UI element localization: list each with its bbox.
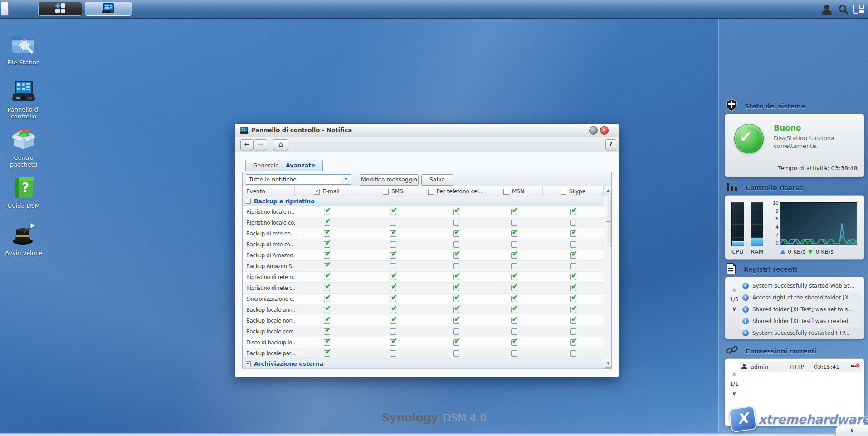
table-row[interactable]: Backup locale par... [243, 348, 604, 359]
collapse-icon[interactable] [246, 199, 251, 204]
table-row[interactable]: Sincronizzazione c... [243, 294, 604, 304]
checked-checkbox[interactable] [570, 307, 576, 313]
checked-checkbox[interactable] [511, 285, 517, 291]
checked-checkbox[interactable] [324, 307, 330, 313]
connections-header[interactable]: Connessioni correnti [726, 345, 817, 358]
checked-checkbox[interactable] [511, 339, 517, 346]
checked-checkbox[interactable] [453, 252, 459, 259]
home-button[interactable]: ⌂ [273, 139, 288, 150]
log-entry[interactable]: iSystem successfully started Web St... [740, 280, 861, 292]
taskbar-task-control-panel[interactable] [85, 2, 132, 16]
unchecked-checkbox[interactable] [570, 350, 576, 357]
checked-checkbox[interactable] [511, 209, 517, 215]
table-row[interactable]: Disco di backup lo... [243, 337, 604, 348]
checked-checkbox[interactable] [453, 274, 459, 280]
unchecked-checkbox[interactable] [390, 241, 396, 248]
checked-checkbox[interactable] [390, 274, 396, 280]
unchecked-column-checkbox[interactable] [503, 189, 509, 195]
window-titlebar[interactable]: Pannello di controllo - Notifica ✕ [235, 124, 619, 137]
desktop-icon-dsm-help[interactable]: ? Guida DSM [0, 176, 47, 209]
checked-checkbox[interactable] [570, 339, 576, 346]
unchecked-checkbox[interactable] [511, 263, 517, 269]
unchecked-checkbox[interactable] [511, 350, 517, 357]
resource-monitor-header[interactable]: Controllo risorse [726, 181, 803, 194]
unchecked-checkbox[interactable] [390, 263, 396, 269]
back-button[interactable]: ← [240, 139, 254, 150]
log-entry[interactable]: iSystem successfully restarted FTP... [740, 327, 861, 339]
checked-checkbox[interactable] [390, 296, 396, 302]
disconnect-icon[interactable] [850, 363, 859, 371]
checked-checkbox[interactable] [511, 307, 517, 313]
checked-checkbox[interactable] [324, 230, 330, 237]
unchecked-checkbox[interactable] [511, 241, 517, 248]
table-row[interactable]: Backup di Amazon... [243, 250, 604, 261]
desktop-icon-control-panel[interactable]: Pannello di controllo [0, 80, 47, 120]
checked-checkbox[interactable] [511, 274, 517, 280]
save-button[interactable]: Salva [421, 174, 453, 186]
table-row[interactable]: Ripristino di rete n... [243, 272, 604, 283]
table-row[interactable]: Backup locale non... [243, 315, 604, 326]
checked-checkbox[interactable] [324, 274, 330, 280]
checked-checkbox[interactable] [324, 296, 330, 302]
checked-checkbox[interactable] [511, 318, 517, 324]
scroll-up-button[interactable]: ▲ [605, 187, 612, 195]
table-row[interactable]: Backup locale ann... [243, 304, 604, 315]
checked-checkbox[interactable] [453, 339, 459, 346]
checked-checkbox[interactable] [570, 285, 576, 291]
show-desktop-button[interactable] [1, 2, 9, 16]
checked-checkbox[interactable] [324, 241, 330, 248]
checked-checkbox[interactable] [324, 220, 330, 226]
checked-checkbox[interactable] [390, 307, 396, 313]
checked-checkbox[interactable] [324, 350, 330, 357]
connection-row[interactable]: admin HTTP 03:15:41 [740, 362, 861, 372]
scroll-down-button[interactable]: ▼ [605, 360, 612, 368]
checked-checkbox[interactable] [570, 296, 576, 302]
table-row[interactable]: Backup di rete no... [243, 228, 604, 239]
checked-checkbox[interactable] [324, 318, 330, 324]
table-row[interactable]: Ripristino locale n... [243, 206, 604, 217]
unchecked-checkbox[interactable] [511, 328, 517, 335]
checked-checkbox[interactable] [570, 274, 576, 280]
pilot-view-button[interactable] [853, 4, 864, 16]
checked-checkbox[interactable] [324, 328, 330, 335]
pager-down-icon[interactable]: ∨ [729, 304, 740, 314]
table-row[interactable]: Backup Amazon S... [243, 261, 604, 272]
column-header-per-telefono-cel[interactable]: Per telefono cel... [427, 186, 485, 196]
desktop-icon-file-station[interactable]: File Station [0, 33, 47, 66]
checked-checkbox[interactable] [390, 318, 396, 324]
scrollbar-thumb[interactable] [605, 196, 612, 247]
column-header-sms[interactable]: SMS [359, 186, 427, 196]
checked-checkbox[interactable] [324, 209, 330, 215]
pager-down-icon[interactable]: ∨ [729, 389, 740, 398]
pager-up-icon[interactable]: ∧ [729, 285, 740, 294]
checked-checkbox[interactable] [324, 339, 330, 346]
table-row[interactable]: Backup di rete co... [243, 239, 604, 250]
table-row[interactable]: Ripristino locale co... [243, 217, 604, 228]
checked-checkbox[interactable] [570, 230, 576, 237]
collapse-icon[interactable] [246, 361, 251, 366]
column-header-skype[interactable]: Skype [543, 186, 604, 196]
checked-checkbox[interactable] [570, 209, 576, 215]
main-menu-button[interactable] [38, 2, 82, 16]
unchecked-checkbox[interactable] [390, 328, 396, 335]
checked-checkbox[interactable] [453, 296, 459, 302]
checked-checkbox[interactable] [390, 285, 396, 291]
checked-checkbox[interactable] [390, 230, 396, 237]
log-entry[interactable]: iShared folder [XHTest] was set to s... [740, 304, 861, 315]
unchecked-checkbox[interactable] [390, 220, 396, 226]
system-status-header[interactable]: Stato del sistema [726, 100, 805, 113]
log-entry[interactable]: iAccess right of the shared folder [X... [740, 292, 861, 304]
unchecked-checkbox[interactable] [570, 263, 576, 269]
unchecked-checkbox[interactable] [453, 328, 459, 335]
unchecked-column-checkbox[interactable] [561, 189, 566, 195]
checked-checkbox[interactable] [324, 263, 330, 269]
unchecked-checkbox[interactable] [453, 350, 459, 357]
unchecked-checkbox[interactable] [511, 220, 517, 226]
checked-checkbox[interactable] [453, 307, 459, 313]
checked-checkbox[interactable] [324, 285, 330, 291]
checked-checkbox[interactable] [324, 252, 330, 259]
table-row[interactable]: Backup locale com... [243, 326, 604, 337]
checked-checkbox[interactable] [570, 252, 576, 259]
forward-button[interactable]: → [254, 139, 267, 150]
checked-checkbox[interactable] [511, 252, 517, 259]
